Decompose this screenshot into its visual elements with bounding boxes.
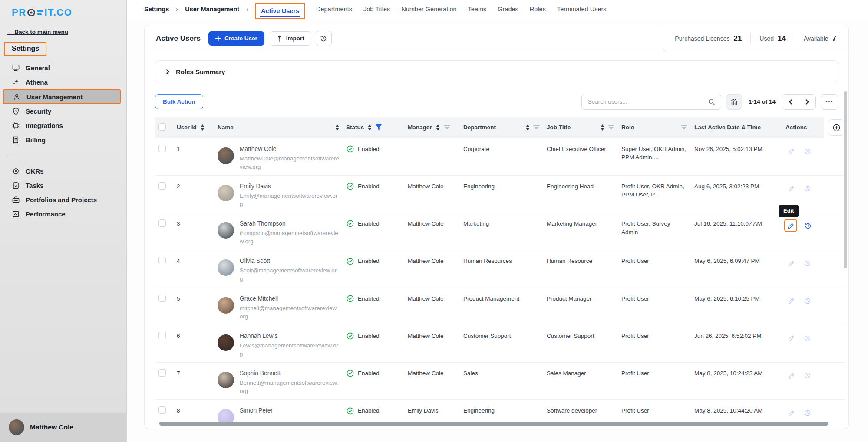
user-email: thompson@managemnetsoftwarereview.org <box>240 229 339 246</box>
tab-departments[interactable]: Departments <box>316 6 352 13</box>
tab-active-users[interactable]: Active Users <box>255 3 305 19</box>
table-row[interactable]: 1 Matthew Cole MatthewCole@managementsof… <box>155 138 845 175</box>
more-options-button[interactable]: ... <box>821 94 838 110</box>
breadcrumb-user-management[interactable]: User Management <box>185 6 239 13</box>
history-icon <box>804 222 812 230</box>
row-history-button[interactable] <box>802 146 813 157</box>
horizontal-scrollbar[interactable] <box>159 422 828 426</box>
column-header-manager[interactable]: Manager <box>408 124 432 131</box>
person-icon <box>13 93 21 101</box>
table-row[interactable]: 3 Sarah Thompson thompson@managemnetsoft… <box>155 213 845 250</box>
sidebar-item-general[interactable]: General <box>0 61 126 75</box>
column-header-last-active: Last Active Date & Time <box>694 124 761 131</box>
row-checkbox[interactable] <box>158 295 166 302</box>
tab-number-generation[interactable]: Number Generation <box>401 6 456 13</box>
column-header-user-id[interactable]: User Id <box>177 124 197 131</box>
tab-job-titles[interactable]: Job Titles <box>363 6 390 13</box>
row-checkbox[interactable] <box>158 257 166 264</box>
row-checkbox[interactable] <box>158 406 166 414</box>
role-cell: Profit User, OKR Admin, PPM User, P... <box>618 175 691 213</box>
sidebar-item-user-management[interactable]: User Management <box>3 89 121 104</box>
user-name: Sophia Bennett <box>240 369 339 378</box>
add-column-button[interactable] <box>828 119 845 136</box>
bulk-action-button[interactable]: Bulk Action <box>155 94 203 109</box>
sort-icon[interactable] <box>601 124 604 131</box>
history-icon <box>804 185 812 193</box>
edit-button[interactable] <box>785 370 797 381</box>
pagination-info: 1-14 of 14 <box>749 98 776 105</box>
sidebar-item-performance[interactable]: Performance <box>0 207 126 221</box>
sort-icon[interactable] <box>201 124 205 131</box>
row-checkbox[interactable] <box>158 145 166 152</box>
filter-lines-icon[interactable] <box>608 125 614 130</box>
tab-roles[interactable]: Roles <box>530 6 546 13</box>
sidebar-item-security[interactable]: Security <box>0 104 126 118</box>
table-row[interactable]: 2 Emily Davis Emily@managementsoftwarere… <box>155 175 845 213</box>
row-history-button[interactable] <box>802 183 813 194</box>
license-value: 7 <box>832 34 836 43</box>
sort-icon[interactable] <box>436 124 440 131</box>
row-history-button[interactable] <box>802 333 813 344</box>
sidebar-item-okrs[interactable]: OKRs <box>0 164 126 178</box>
row-history-button[interactable] <box>802 258 813 269</box>
table-row[interactable]: 4 Olivia Scott Scott@managementsoftwarer… <box>155 250 845 288</box>
select-all-checkbox[interactable] <box>158 123 166 131</box>
column-header-role[interactable]: Role <box>621 124 634 131</box>
sidebar-item-portfolios-and-projects[interactable]: Portfolios and Projects <box>0 193 126 207</box>
create-user-button[interactable]: Create User <box>208 31 264 46</box>
row-history-button[interactable] <box>802 220 814 232</box>
chevron-right-icon: › <box>176 5 178 13</box>
sort-icon[interactable] <box>335 124 339 131</box>
filter-lines-icon[interactable] <box>681 125 687 130</box>
sidebar-item-athena[interactable]: Athena <box>0 75 126 89</box>
row-checkbox[interactable] <box>158 369 166 377</box>
edit-button[interactable] <box>785 258 797 269</box>
sort-icon[interactable] <box>368 124 372 131</box>
sidebar-item-integrations[interactable]: Integrations <box>0 118 126 133</box>
column-header-name[interactable]: Name <box>218 124 234 131</box>
edit-button[interactable] <box>785 183 797 194</box>
import-button[interactable]: Import <box>270 31 311 46</box>
row-checkbox[interactable] <box>158 332 166 339</box>
job-title-cell: Marketing Manager <box>543 213 618 250</box>
vertical-scrollbar[interactable] <box>844 91 847 268</box>
roles-summary-toggle[interactable]: Roles Summary <box>155 60 838 83</box>
sidebar-item-billing[interactable]: Billing <box>0 133 126 147</box>
history-button[interactable] <box>316 31 332 46</box>
next-page-button[interactable] <box>799 95 815 109</box>
sidebar-item-tasks[interactable]: Tasks <box>0 178 126 193</box>
back-to-main-menu-link[interactable]: ← Back to main menu <box>7 29 68 35</box>
edit-button[interactable] <box>784 219 797 232</box>
column-header-job-title[interactable]: Job Title <box>547 124 571 131</box>
tab-teams[interactable]: Teams <box>468 6 487 13</box>
filter-lines-icon[interactable] <box>533 125 540 130</box>
filter-lines-icon[interactable] <box>444 125 450 130</box>
sort-icon[interactable] <box>526 124 530 131</box>
table-row[interactable]: 6 Hannah Lewis Lewis@managementsoftwarer… <box>155 325 845 362</box>
row-checkbox[interactable] <box>158 219 166 227</box>
analytics-button[interactable] <box>726 94 742 110</box>
tab-terminated-users[interactable]: Terminated Users <box>557 6 607 13</box>
edit-button[interactable] <box>785 295 797 307</box>
status-badge: Enabled <box>346 295 401 303</box>
edit-button[interactable] <box>785 333 797 344</box>
user-email: MatthewCole@managementsoftwarereview.org <box>240 154 339 171</box>
filter-funnel-icon[interactable] <box>376 124 382 130</box>
table-row[interactable]: 7 Sophia Bennett Bennett@managementsoftw… <box>155 363 845 400</box>
column-header-department[interactable]: Department <box>463 124 496 131</box>
sidebar-footer[interactable]: Matthew Cole <box>0 413 126 442</box>
row-history-button[interactable] <box>802 295 813 307</box>
edit-button[interactable] <box>785 407 797 419</box>
breadcrumb-settings[interactable]: Settings <box>144 6 169 13</box>
row-history-button[interactable] <box>802 407 813 419</box>
edit-button[interactable] <box>785 146 797 157</box>
search-input[interactable] <box>582 98 702 105</box>
row-history-button[interactable] <box>802 370 813 381</box>
column-header-status[interactable]: Status <box>346 124 364 131</box>
search-button[interactable] <box>702 94 721 109</box>
sidebar-item-label: Athena <box>26 79 48 86</box>
prev-page-button[interactable] <box>782 95 799 109</box>
row-checkbox[interactable] <box>158 182 166 190</box>
tab-grades[interactable]: Grades <box>498 6 518 13</box>
table-row[interactable]: 5 Grace Mitchell mitchell@managementsoft… <box>155 288 845 325</box>
